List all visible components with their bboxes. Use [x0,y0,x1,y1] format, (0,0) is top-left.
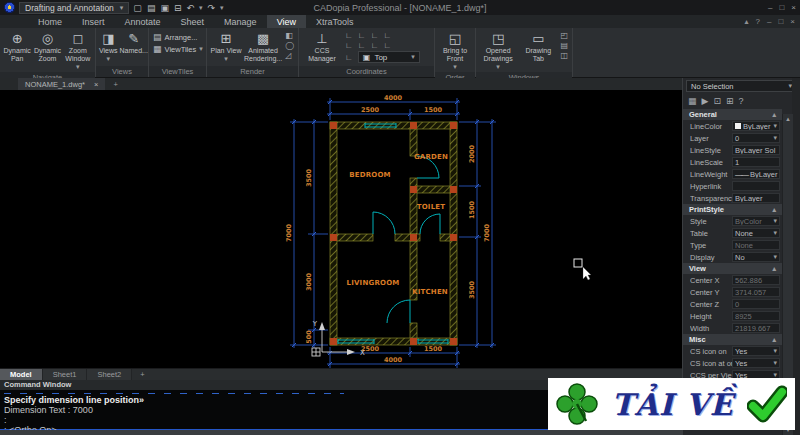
render-materials-icon[interactable]: ◯ [285,41,294,50]
doc-minimize-icon[interactable]: – [767,17,771,26]
ccs-entity-icon[interactable]: ∟ [345,53,353,62]
section-general[interactable]: General ▴ [683,109,782,120]
tab-xtratools[interactable]: XtraTools [306,15,364,28]
render-presets-icon[interactable]: ◧ [285,31,294,40]
ccs-x-icon[interactable]: ∟ [358,41,366,50]
new-document-tab-button[interactable]: + [105,78,125,90]
cs-icon-origin-value[interactable]: Yes▾ [732,358,780,368]
tab-view[interactable]: View [267,15,306,28]
dim-right-top[interactable]: 2000 [468,144,476,163]
dim-right-outer[interactable]: 7000 [483,223,491,242]
room-label-bedroom[interactable]: BEDROOM [349,171,391,179]
tab-sheet[interactable]: Sheet [171,15,215,28]
tile-vertical-icon[interactable]: ◫ [560,51,568,60]
lineweight-value[interactable]: ——ByLayer▾ [732,169,780,179]
dim-left-mid[interactable]: 3000 [305,272,313,291]
new-file-icon[interactable]: ▢ [133,3,142,13]
dim-right-mid[interactable]: 1500 [468,200,476,219]
bring-to-front-button[interactable]: ◱ Bring to Front ▾ [437,30,473,72]
drawing-tab-button[interactable]: ▭ Drawing Tab [518,30,558,64]
quick-select-icon[interactable]: ▦ [688,96,697,106]
dim-right-bottom[interactable]: 3500 [468,280,476,299]
ccs-y-icon[interactable]: ∟ [371,41,379,50]
cascade-windows-icon[interactable]: ◰ [560,31,568,40]
dim-left-top[interactable]: 3500 [305,168,313,187]
dynamic-pan-button[interactable]: ⊕ Dynamic Pan [2,30,32,64]
ccs-manager-button[interactable]: ⊥ CCS Manager [301,30,343,64]
linescale-value[interactable]: 1 [732,157,780,167]
doc-close-icon[interactable]: × [790,17,795,26]
document-tab[interactable]: NONAME_1.dwg* × [18,78,105,90]
save-icon[interactable]: ▣ [160,3,169,13]
room-label-kitchen[interactable]: KITCHEN [412,288,448,296]
arrange-button[interactable]: ▤ Arrange... [153,32,203,42]
hyperlink-value[interactable] [732,181,780,191]
ccs-world-icon[interactable]: ∟ [345,31,353,40]
tab-manage[interactable]: Manage [214,15,267,28]
section-misc[interactable]: Misc ▴ [683,334,782,345]
redo-dropdown-icon[interactable]: ▾ [220,4,224,12]
select-elements-icon[interactable]: ▶ [702,96,709,106]
view-preset-select[interactable]: ▣ Top ▾ [358,51,420,63]
animated-rendering-button[interactable]: ▩ Animated Rendering... [243,30,283,64]
properties-help-icon[interactable]: ? [739,96,744,106]
room-label-toilet[interactable]: TOILET [417,203,446,211]
plan-view-button[interactable]: ⊞ Plan View ▾ [209,30,243,64]
tab-annotate[interactable]: Annotate [115,15,171,28]
dim-bottom-outer[interactable]: 4000 [384,356,403,364]
dim-top-outer[interactable]: 4000 [384,94,403,102]
scroll-up-icon[interactable]: ▴ [786,115,790,123]
linecolor-value[interactable]: ByLayer▾ [732,121,780,131]
ccs-3point-icon[interactable]: ∟ [345,41,353,50]
tab-insert[interactable]: Insert [72,15,115,28]
dim-bottom-right[interactable]: 1500 [424,345,443,353]
layer-value[interactable]: 0▾ [732,133,780,143]
room-label-livingroom[interactable]: LIVINGROOM [347,279,400,287]
print-icon[interactable]: ⊟ [174,3,182,13]
selection-filter-select[interactable]: No Selection ▾ [686,80,797,92]
views-button[interactable]: ◨ Views ▾ [98,30,119,64]
section-view[interactable]: View ▴ [683,263,782,274]
render-lights-icon[interactable]: ◿ [285,51,294,60]
tab-home[interactable]: Home [28,15,72,28]
linestyle-value[interactable]: ByLayerSol▾ [732,145,780,155]
opened-drawings-button[interactable]: ◳ Opened Drawings ▾ [478,30,518,72]
zoom-window-button[interactable]: ◻ Zoom Window ▾ [63,30,93,72]
workspace-selector[interactable]: Drafting and Annotation ▾ [19,2,129,14]
help-icon[interactable]: ? [756,17,760,26]
tile-horizontal-icon[interactable]: ▤ [560,41,568,50]
doc-restore-icon[interactable]: □ [778,17,783,26]
transparency-value[interactable]: ByLayer [732,193,780,203]
open-file-icon[interactable]: ▤ [147,3,156,13]
named-views-button[interactable]: ✎ Named... [119,30,149,56]
room-label-garden[interactable]: GARDEN [414,153,448,161]
undo-icon[interactable]: ↶ [186,3,194,13]
redo-icon[interactable]: ↷ [208,3,216,13]
dim-left-bottom[interactable]: 500 [305,330,313,344]
dim-left-outer[interactable]: 7000 [285,223,293,242]
restore-button[interactable]: □ [779,3,784,12]
minimize-button[interactable]: – [768,3,772,12]
ccs-z-icon[interactable]: ∟ [384,41,392,50]
dim-top-right[interactable]: 1500 [424,106,443,114]
viewtiles-button[interactable]: ▦ ViewTiles ▾ [153,44,203,54]
section-printstyle[interactable]: PrintStyle ▴ [683,204,782,215]
dim-top-left[interactable]: 2500 [361,106,380,114]
cs-icon-on-value[interactable]: Yes▾ [732,346,780,356]
pick-set-icon[interactable]: ⊞ [726,96,734,106]
close-button[interactable]: × [791,3,796,12]
document-tab-close-icon[interactable]: × [94,80,98,89]
drawing-canvas[interactable]: 4000 2500 1500 2500 1500 4000 7000 3500 … [0,90,682,368]
ccs-previous-icon[interactable]: ∟ [358,31,366,40]
add-sheet-button[interactable]: + [132,369,152,380]
tab-model[interactable]: Model [0,369,43,380]
tab-sheet2[interactable]: Sheet2 [87,369,132,380]
display-value[interactable]: No▾ [732,252,780,262]
ccs-origin-icon[interactable]: ∟ [371,31,379,40]
table-value[interactable]: None▾ [732,228,780,238]
ccs-zaxis-icon[interactable]: ∟ [384,31,392,40]
download-banner[interactable]: TẢI VỀ [548,378,795,430]
undo-dropdown-icon[interactable]: ▾ [199,4,203,12]
tab-sheet1[interactable]: Sheet1 [43,369,88,380]
dynamic-zoom-button[interactable]: ◎ Dynamic Zoom [32,30,62,64]
